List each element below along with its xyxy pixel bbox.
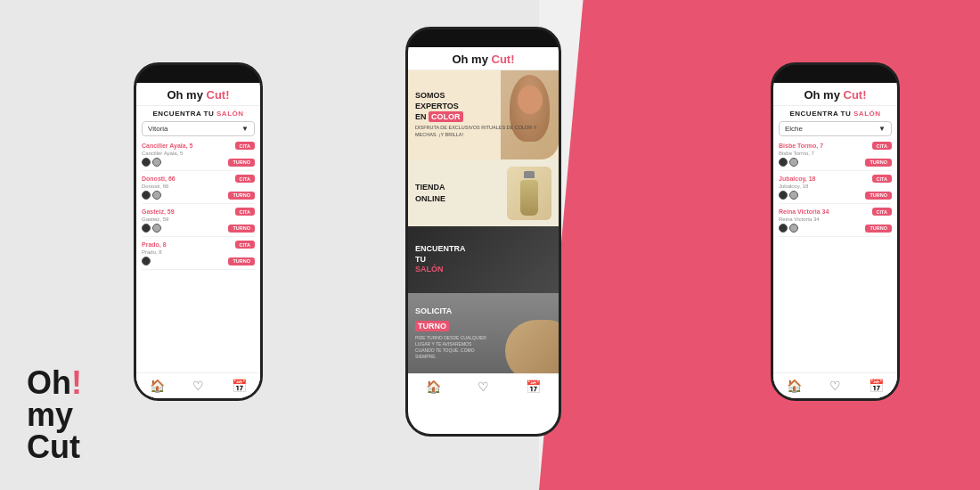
nav-home-center[interactable]: 🏠 (426, 380, 441, 394)
salon-item-3-right: Reina Victoria 34 CITA Reina Victoria 34… (779, 208, 892, 237)
banner-highlight-color: COLOR (429, 111, 463, 122)
btn-cita-1-right[interactable]: CITA (872, 142, 892, 150)
bottom-nav-left: 🏠 ♡ 📅 (136, 372, 260, 398)
btn-cita-2-left[interactable]: CITA (235, 175, 255, 183)
logo-my: my (27, 399, 82, 431)
nav-heart-left[interactable]: ♡ (192, 379, 204, 393)
logo-oh: Oh! (27, 367, 82, 399)
btn-turno-3-right[interactable]: TURNO (865, 225, 892, 233)
salon-screen-left: ENCUENTRA TU SALÓN Vitoria ▼ Canciller A… (136, 106, 260, 372)
bottle-body (520, 180, 538, 216)
bottom-nav-center: 🏠 ♡ 📅 (408, 373, 559, 399)
nav-calendar-center[interactable]: 📅 (526, 380, 541, 394)
turno-sub: PIDE TURNO DESDE CUALQUIER LUGAR Y TE AV… (415, 335, 486, 360)
brand-cut-left: Cut! (207, 88, 230, 102)
btn-turno-1-left[interactable]: TURNO (228, 159, 255, 167)
banner-title-en: EN COLOR (415, 112, 551, 123)
banner-encuentra: ENCUENTRA TU SALÓN (408, 226, 559, 293)
turno-title: SOLICITA (415, 306, 486, 317)
phone-screen-left: Oh my Cut! ENCUENTRA TU SALÓN Vitoria ▼ … (136, 83, 260, 398)
salon-item-2-right: Jubalcoy, 18 CITA Jubalcoy, 18 TURNO (779, 175, 892, 204)
salon-title-right: ENCUENTRA TU SALÓN (779, 110, 892, 118)
nav-home-left[interactable]: 🏠 (150, 379, 165, 393)
salon-item-header: Canciller Ayala, 5 CITA (142, 142, 255, 150)
salon-select-left[interactable]: Vitoria ▼ (142, 121, 255, 136)
btn-cita-2-right[interactable]: CITA (872, 175, 892, 183)
btn-turno-2-right[interactable]: TURNO (865, 192, 892, 200)
phone-header-center: Oh my Cut! (408, 47, 559, 70)
phone-notch-left (192, 70, 205, 83)
salon-item-1-right: Bisbe Tormo, 7 CITA Bisbe Tormo, 7 TURNO (779, 142, 892, 171)
nav-calendar-right[interactable]: 📅 (869, 379, 884, 393)
phone-hand-image (505, 320, 559, 373)
btn-cita-3-left[interactable]: CITA (235, 208, 255, 216)
btn-turno-2-left[interactable]: TURNO (228, 192, 255, 200)
phone-screen-center: Oh my Cut! SOMOS EXPERTOS EN COLOR DISFR… (408, 47, 559, 434)
bottle-cap (524, 171, 535, 178)
dropdown-arrow-right: ▼ (878, 125, 886, 133)
bottom-nav-right: 🏠 ♡ 📅 (773, 372, 897, 398)
phone-header-right: Oh my Cut! (773, 83, 897, 106)
tienda-image (507, 167, 551, 220)
tienda-text: TIENDA ONLINE (415, 183, 507, 203)
banner-title-somos: SOMOS (415, 91, 551, 102)
salon-item-1-left: Canciller Ayala, 5 CITA Canciller Ayala,… (142, 142, 255, 171)
phone-left: Oh my Cut! ENCUENTRA TU SALÓN Vitoria ▼ … (134, 62, 263, 401)
btn-cita-3-right[interactable]: CITA (872, 208, 892, 216)
salon-item-footer: TURNO (142, 158, 255, 167)
salon-screen-right: ENCUENTRA TU SALÓN Elche ▼ Bisbe Tormo, … (773, 106, 897, 372)
salon-select-right[interactable]: Elche ▼ (779, 121, 892, 136)
btn-cita-4-left[interactable]: CITA (235, 241, 255, 249)
nav-heart-right[interactable]: ♡ (829, 379, 841, 393)
banner-color: SOMOS EXPERTOS EN COLOR DISFRUTA DE EXCL… (408, 70, 559, 159)
salon-item-4-left: Prado, 8 CITA Prado, 8 TURNO (142, 241, 255, 270)
phone-notch-center (478, 35, 490, 47)
phone-header-left: Oh my Cut! (136, 83, 260, 106)
banner-turno: SOLICITA TURNO PIDE TURNO DESDE CUALQUIE… (408, 293, 559, 373)
banner-title-expertos: EXPERTOS (415, 102, 551, 112)
tienda-title: TIENDA (415, 183, 507, 192)
btn-turno-1-right[interactable]: TURNO (865, 159, 892, 167)
encuentra-text: ENCUENTRA TU SALÓN (415, 244, 466, 275)
salon-highlight: SALÓN (415, 265, 444, 274)
phone-center: Oh my Cut! SOMOS EXPERTOS EN COLOR DISFR… (405, 27, 561, 437)
icon-dark (142, 158, 151, 167)
product-bottles (520, 171, 538, 216)
salon-icons (142, 158, 161, 167)
dropdown-arrow-left: ▼ (241, 125, 249, 133)
nav-calendar-left[interactable]: 📅 (232, 379, 247, 393)
nav-heart-center[interactable]: ♡ (478, 380, 489, 394)
logo-corner: Oh! my Cut (27, 367, 82, 463)
icon-light (152, 158, 161, 167)
btn-turno-4-left[interactable]: TURNO (228, 257, 255, 265)
phone-screen-right: Oh my Cut! ENCUENTRA TU SALÓN Elche ▼ Bi… (773, 83, 897, 398)
scene: Oh! my Cut Oh my Cut! ENCUENTRA TU SALÓN… (0, 0, 980, 490)
btn-cita-1-left[interactable]: CITA (235, 142, 255, 150)
logo-cut: Cut (27, 431, 82, 463)
btn-turno-3-left[interactable]: TURNO (228, 225, 255, 233)
turno-highlight: TURNO (415, 321, 449, 331)
phone-right: Oh my Cut! ENCUENTRA TU SALÓN Elche ▼ Bi… (771, 62, 900, 401)
phone-notch-right (829, 70, 842, 83)
salon-item-2-left: Donosti, 66 CITA Donosti, 66 TURNO (142, 175, 255, 204)
nav-home-right[interactable]: 🏠 (787, 379, 802, 393)
tienda-online: ONLINE (415, 194, 507, 203)
turno-text: SOLICITA TURNO PIDE TURNO DESDE CUALQUIE… (415, 306, 486, 361)
banner-tienda: TIENDA ONLINE (408, 159, 559, 226)
salon-title-left: ENCUENTRA TU SALÓN (142, 110, 255, 118)
banner-sub-color: DISFRUTA DE EXCLUSIVOS RITUALES DE COLOR… (415, 125, 551, 138)
salon-item-3-left: Gasteiz, 59 CITA Gasteiz, 59 TURNO (142, 208, 255, 237)
banner-text-color: SOMOS EXPERTOS EN COLOR DISFRUTA DE EXCL… (408, 86, 559, 143)
